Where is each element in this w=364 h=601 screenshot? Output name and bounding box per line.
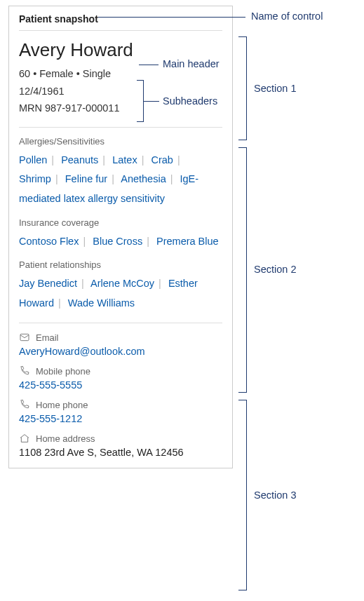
allergies-list: Pollen| Peanuts| Latex| Crab| Shrimp| Fe… — [19, 151, 222, 209]
mobile-link[interactable]: 425-555-5555 — [19, 379, 222, 391]
callout-line — [144, 101, 159, 102]
allergy-link[interactable]: Peanuts — [61, 154, 98, 166]
address-label: Home address — [36, 433, 95, 444]
phone-icon — [19, 365, 30, 377]
separator: | — [177, 154, 180, 166]
allergy-link[interactable]: Feline fur — [65, 173, 107, 184]
section-bracket — [238, 400, 247, 590]
separator: | — [51, 154, 54, 166]
card-title: Patient snapshot — [9, 6, 232, 30]
relationship-link[interactable]: Arlene McCoy — [90, 278, 154, 289]
contact-home-phone: Home phone 425-555-1212 — [19, 399, 222, 424]
allergy-link[interactable]: Latex — [112, 154, 137, 166]
annotation-main-header: Main header — [163, 58, 220, 69]
relationship-link[interactable]: Jay Benedict — [19, 278, 77, 289]
patient-snapshot-card: Patient snapshot Avery Howard 60 • Femal… — [8, 6, 233, 468]
allergy-link[interactable]: Anethesia — [121, 173, 166, 184]
relationships-label: Patient relationships — [19, 259, 222, 270]
relationships-list: Jay Benedict| Arlene McCoy| Esther Howar… — [19, 274, 222, 313]
contact-mobile: Mobile phone 425-555-5555 — [19, 365, 222, 391]
allergies-label: Allergies/Sensitivities — [19, 136, 222, 147]
separator: | — [159, 278, 161, 289]
mail-icon — [19, 332, 30, 343]
section-bracket — [238, 147, 247, 393]
separator: | — [142, 154, 144, 166]
separator: | — [102, 154, 105, 166]
separator: | — [112, 173, 114, 184]
section-bracket — [238, 36, 247, 140]
home-phone-label: Home phone — [36, 400, 88, 410]
svg-rect-0 — [20, 335, 29, 341]
section-1: Avery Howard 60 • Female • Single 12/4/1… — [9, 31, 232, 127]
separator: | — [170, 173, 173, 184]
section-2: Allergies/Sensitivities Pollen| Peanuts|… — [9, 128, 232, 323]
contact-email: Email AveryHoward@outlook.com — [19, 332, 222, 357]
allergy-link[interactable]: Crab — [151, 154, 173, 166]
home-phone-link[interactable]: 425-555-1212 — [19, 413, 222, 424]
home-icon — [19, 433, 30, 444]
contact-address: Home address 1108 23rd Ave S, Seattle, W… — [19, 433, 222, 458]
relationship-link[interactable]: Wade Williams — [68, 297, 135, 309]
email-link[interactable]: AveryHoward@outlook.com — [19, 346, 222, 357]
insurance-label: Insurance coverage — [19, 217, 222, 228]
mobile-label: Mobile phone — [36, 366, 90, 377]
separator: | — [81, 278, 84, 289]
separator: | — [147, 236, 149, 247]
annotation-section-1: Section 1 — [254, 83, 296, 94]
insurance-list: Contoso Flex| Blue Cross| Premera Blue — [19, 232, 222, 252]
separator: | — [58, 297, 61, 309]
allergy-link[interactable]: Pollen — [19, 154, 47, 166]
callout-bracket — [137, 80, 144, 122]
phone-icon — [19, 399, 30, 410]
separator: | — [55, 173, 58, 184]
insurance-link[interactable]: Blue Cross — [93, 236, 142, 247]
callout-line — [98, 17, 245, 18]
insurance-link[interactable]: Contoso Flex — [19, 236, 79, 247]
separator: | — [83, 236, 86, 247]
email-label: Email — [36, 332, 59, 343]
section-3: Email AveryHoward@outlook.com Mobile pho… — [9, 323, 232, 468]
insurance-link[interactable]: Premera Blue — [156, 236, 219, 247]
address-value: 1108 23rd Ave S, Seattle, WA 12456 — [19, 447, 222, 458]
annotation-name-of-control: Name of control — [251, 11, 323, 22]
annotation-subheaders: Subheaders — [163, 95, 217, 107]
callout-line — [139, 65, 159, 65]
annotation-section-2: Section 2 — [254, 264, 296, 275]
allergy-link[interactable]: Shrimp — [19, 173, 51, 184]
annotation-section-3: Section 3 — [254, 489, 296, 501]
